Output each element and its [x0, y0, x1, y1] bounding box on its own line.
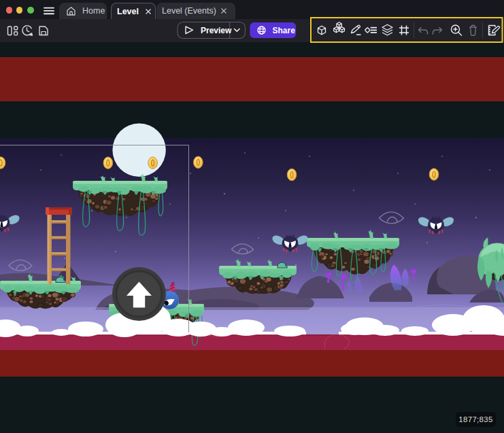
svg-text:Preview: Preview — [201, 26, 232, 35]
svg-text:Share: Share — [273, 26, 296, 35]
